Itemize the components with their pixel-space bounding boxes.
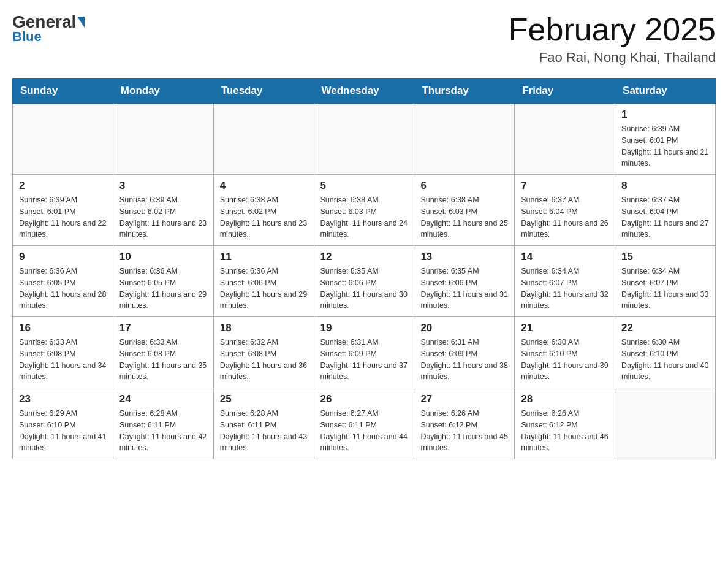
daylight-text: Daylight: 11 hours and 38 minutes.	[420, 360, 508, 383]
sunset-text: Sunset: 6:10 PM	[521, 348, 609, 360]
sunrise-text: Sunrise: 6:35 AM	[320, 266, 408, 277]
daylight-text: Daylight: 11 hours and 31 minutes.	[420, 289, 508, 312]
day-number: 26	[320, 393, 408, 405]
day-number: 7	[521, 180, 609, 192]
day-number: 14	[521, 251, 609, 263]
daylight-text: Daylight: 11 hours and 22 minutes.	[19, 218, 107, 241]
sunrise-text: Sunrise: 6:33 AM	[119, 337, 207, 348]
sunrise-text: Sunrise: 6:30 AM	[621, 337, 709, 348]
calendar-cell: 17Sunrise: 6:33 AMSunset: 6:08 PMDayligh…	[113, 317, 213, 388]
calendar-cell: 2Sunrise: 6:39 AMSunset: 6:01 PMDaylight…	[13, 175, 113, 246]
sunset-text: Sunset: 6:03 PM	[420, 206, 508, 218]
sunset-text: Sunset: 6:10 PM	[621, 348, 709, 360]
sunset-text: Sunset: 6:06 PM	[220, 277, 308, 289]
daylight-text: Daylight: 11 hours and 46 minutes.	[521, 431, 609, 454]
day-number: 24	[119, 393, 207, 405]
daylight-text: Daylight: 11 hours and 37 minutes.	[320, 360, 408, 383]
daylight-text: Daylight: 11 hours and 23 minutes.	[220, 218, 308, 241]
daylight-text: Daylight: 11 hours and 39 minutes.	[521, 360, 609, 383]
calendar-cell	[13, 104, 113, 175]
sunset-text: Sunset: 6:12 PM	[521, 419, 609, 431]
sunset-text: Sunset: 6:06 PM	[320, 277, 408, 289]
sunrise-text: Sunrise: 6:33 AM	[19, 337, 107, 348]
calendar-cell	[113, 104, 213, 175]
sunrise-text: Sunrise: 6:39 AM	[621, 123, 709, 135]
sunset-text: Sunset: 6:11 PM	[220, 419, 308, 431]
day-info: Sunrise: 6:37 AMSunset: 6:04 PMDaylight:…	[521, 194, 609, 240]
sunrise-text: Sunrise: 6:38 AM	[220, 194, 308, 206]
calendar-cell: 27Sunrise: 6:26 AMSunset: 6:12 PMDayligh…	[414, 388, 515, 459]
day-info: Sunrise: 6:26 AMSunset: 6:12 PMDaylight:…	[521, 408, 609, 454]
sunrise-text: Sunrise: 6:29 AM	[19, 408, 107, 419]
day-info: Sunrise: 6:38 AMSunset: 6:03 PMDaylight:…	[420, 194, 508, 240]
calendar-subtitle: Fao Rai, Nong Khai, Thailand	[509, 50, 716, 66]
day-info: Sunrise: 6:35 AMSunset: 6:06 PMDaylight:…	[320, 266, 408, 312]
day-number: 4	[220, 180, 308, 192]
sunrise-text: Sunrise: 6:32 AM	[220, 337, 308, 348]
sunset-text: Sunset: 6:02 PM	[220, 206, 308, 218]
daylight-text: Daylight: 11 hours and 45 minutes.	[420, 431, 508, 454]
sunset-text: Sunset: 6:01 PM	[19, 206, 107, 218]
sunrise-text: Sunrise: 6:26 AM	[420, 408, 508, 419]
day-info: Sunrise: 6:27 AMSunset: 6:11 PMDaylight:…	[320, 408, 408, 454]
day-info: Sunrise: 6:28 AMSunset: 6:11 PMDaylight:…	[119, 408, 207, 454]
sunrise-text: Sunrise: 6:36 AM	[19, 266, 107, 277]
day-info: Sunrise: 6:38 AMSunset: 6:03 PMDaylight:…	[320, 194, 408, 240]
sunset-text: Sunset: 6:08 PM	[119, 348, 207, 360]
day-number: 22	[621, 322, 709, 334]
day-info: Sunrise: 6:26 AMSunset: 6:12 PMDaylight:…	[420, 408, 508, 454]
calendar-cell: 18Sunrise: 6:32 AMSunset: 6:08 PMDayligh…	[213, 317, 314, 388]
day-number: 6	[420, 180, 508, 192]
calendar-cell: 15Sunrise: 6:34 AMSunset: 6:07 PMDayligh…	[615, 246, 716, 317]
day-info: Sunrise: 6:30 AMSunset: 6:10 PMDaylight:…	[521, 337, 609, 383]
sunset-text: Sunset: 6:10 PM	[19, 419, 107, 431]
sunrise-text: Sunrise: 6:36 AM	[220, 266, 308, 277]
day-number: 5	[320, 180, 408, 192]
day-number: 8	[621, 180, 709, 192]
day-info: Sunrise: 6:34 AMSunset: 6:07 PMDaylight:…	[521, 266, 609, 312]
day-number: 27	[420, 393, 508, 405]
daylight-text: Daylight: 11 hours and 24 minutes.	[320, 218, 408, 241]
daylight-text: Daylight: 11 hours and 29 minutes.	[220, 289, 308, 312]
day-number: 23	[19, 393, 107, 405]
logo-arrow-icon	[77, 17, 85, 28]
sunset-text: Sunset: 6:02 PM	[119, 206, 207, 218]
sunset-text: Sunset: 6:09 PM	[420, 348, 508, 360]
calendar-cell: 25Sunrise: 6:28 AMSunset: 6:11 PMDayligh…	[213, 388, 314, 459]
calendar-cell: 22Sunrise: 6:30 AMSunset: 6:10 PMDayligh…	[615, 317, 716, 388]
sunrise-text: Sunrise: 6:30 AM	[521, 337, 609, 348]
sunrise-text: Sunrise: 6:27 AM	[320, 408, 408, 419]
day-number: 15	[621, 251, 709, 263]
sunset-text: Sunset: 6:11 PM	[320, 419, 408, 431]
sunset-text: Sunset: 6:07 PM	[621, 277, 709, 289]
header-day-thursday: Thursday	[414, 79, 515, 104]
day-info: Sunrise: 6:38 AMSunset: 6:02 PMDaylight:…	[220, 194, 308, 240]
header-day-friday: Friday	[515, 79, 615, 104]
daylight-text: Daylight: 11 hours and 30 minutes.	[320, 289, 408, 312]
sunrise-text: Sunrise: 6:31 AM	[420, 337, 508, 348]
header-day-monday: Monday	[113, 79, 213, 104]
logo-blue-text: Blue	[12, 29, 42, 45]
calendar-cell: 12Sunrise: 6:35 AMSunset: 6:06 PMDayligh…	[314, 246, 414, 317]
calendar-cell: 3Sunrise: 6:39 AMSunset: 6:02 PMDaylight…	[113, 175, 213, 246]
day-number: 20	[420, 322, 508, 334]
calendar-cell: 4Sunrise: 6:38 AMSunset: 6:02 PMDaylight…	[213, 175, 314, 246]
day-info: Sunrise: 6:39 AMSunset: 6:01 PMDaylight:…	[19, 194, 107, 240]
day-info: Sunrise: 6:29 AMSunset: 6:10 PMDaylight:…	[19, 408, 107, 454]
sunset-text: Sunset: 6:12 PM	[420, 419, 508, 431]
week-row-3: 9Sunrise: 6:36 AMSunset: 6:05 PMDaylight…	[13, 246, 716, 317]
calendar-cell: 7Sunrise: 6:37 AMSunset: 6:04 PMDaylight…	[515, 175, 615, 246]
sunrise-text: Sunrise: 6:28 AM	[220, 408, 308, 419]
sunrise-text: Sunrise: 6:38 AM	[420, 194, 508, 206]
title-block: February 2025 Fao Rai, Nong Khai, Thaila…	[509, 12, 716, 66]
calendar-cell: 24Sunrise: 6:28 AMSunset: 6:11 PMDayligh…	[113, 388, 213, 459]
sunrise-text: Sunrise: 6:39 AM	[19, 194, 107, 206]
sunrise-text: Sunrise: 6:36 AM	[119, 266, 207, 277]
calendar-cell: 14Sunrise: 6:34 AMSunset: 6:07 PMDayligh…	[515, 246, 615, 317]
daylight-text: Daylight: 11 hours and 44 minutes.	[320, 431, 408, 454]
day-number: 13	[420, 251, 508, 263]
calendar-cell: 23Sunrise: 6:29 AMSunset: 6:10 PMDayligh…	[13, 388, 113, 459]
day-number: 25	[220, 393, 308, 405]
calendar-cell: 13Sunrise: 6:35 AMSunset: 6:06 PMDayligh…	[414, 246, 515, 317]
sunrise-text: Sunrise: 6:31 AM	[320, 337, 408, 348]
